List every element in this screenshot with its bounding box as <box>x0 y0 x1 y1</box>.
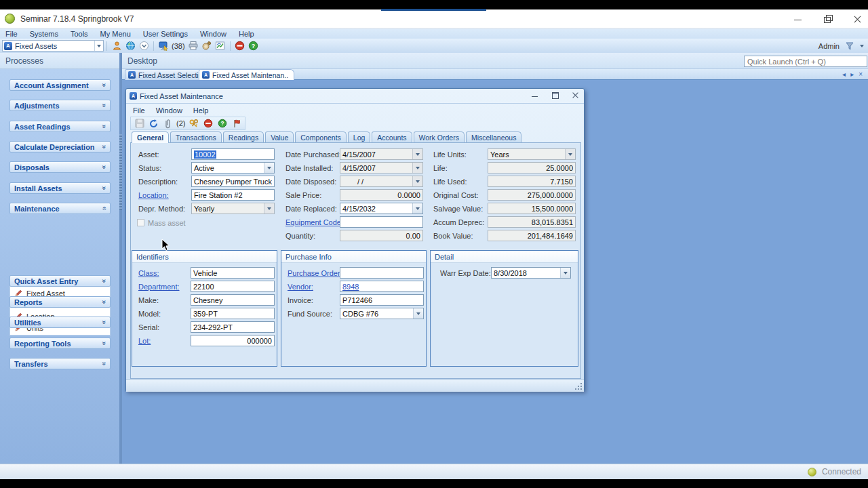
resize-grip[interactable] <box>574 382 582 390</box>
sidebar-group-reports[interactable]: Reports» <box>9 296 111 308</box>
accum-deprec-field[interactable]: 83,015.8351 <box>488 216 576 228</box>
make-input[interactable]: Chesney <box>191 294 275 306</box>
help-icon[interactable]: ? <box>248 40 260 52</box>
class-input[interactable]: Vehicle <box>191 267 275 279</box>
dropdown-arrow-icon[interactable] <box>560 268 570 278</box>
window-maximize-button[interactable] <box>551 92 559 99</box>
sidebar-group-account-assignment[interactable]: Account Assignment» <box>9 79 111 91</box>
messages-icon[interactable] <box>157 40 170 52</box>
lot-input[interactable]: 000000 <box>191 335 275 346</box>
status-combo[interactable]: Active <box>191 162 275 174</box>
tab-miscellaneous[interactable]: Miscellaneous <box>466 131 522 143</box>
stop-icon[interactable] <box>234 40 246 52</box>
model-input[interactable]: 359-PT <box>191 308 275 319</box>
date-purchased-combo[interactable]: 4/15/2007 <box>340 148 423 160</box>
equipment-code-link[interactable]: Equipment Code: <box>285 218 343 226</box>
admin-dropdown-icon[interactable] <box>860 45 864 47</box>
tab-close-icon[interactable]: × <box>859 70 863 78</box>
window-close-button[interactable] <box>572 92 580 99</box>
dropdown-arrow-icon[interactable] <box>412 163 422 173</box>
vendor-input[interactable]: 8948 <box>340 281 424 292</box>
sale-price-field[interactable]: 0.0000 <box>340 189 423 201</box>
class-link[interactable]: Class: <box>138 269 159 277</box>
book-value-field[interactable]: 201,484.1649 <box>488 230 576 241</box>
tab-scroll-right-icon[interactable]: ▸ <box>850 70 854 78</box>
window-titlebar[interactable]: A Fixed Asset Maintenance <box>126 89 584 104</box>
menu-systems[interactable]: Systems <box>30 30 58 38</box>
dropdown-arrow-icon[interactable] <box>565 149 575 159</box>
tab-value[interactable]: Value <box>265 131 294 143</box>
refresh-icon[interactable] <box>148 118 159 129</box>
sidebar-group-disposals[interactable]: Disposals» <box>9 161 111 173</box>
sidebar-group-maintenance[interactable]: Maintenance» <box>9 203 111 214</box>
save-icon[interactable] <box>134 118 145 129</box>
menu-tools[interactable]: Tools <box>71 30 88 38</box>
keys-icon[interactable] <box>188 118 199 129</box>
quantity-field[interactable]: 0.00 <box>340 230 423 241</box>
department-link[interactable]: Department: <box>138 283 180 291</box>
chart-icon[interactable] <box>214 40 226 52</box>
location-link[interactable]: Location: <box>138 191 169 199</box>
department-input[interactable]: 22100 <box>191 281 275 292</box>
sidebar-group-adjustments[interactable]: Adjustments» <box>9 100 111 111</box>
menu-help[interactable]: Help <box>239 30 254 38</box>
flag-icon[interactable] <box>231 118 242 129</box>
stop-icon[interactable] <box>202 118 214 129</box>
sidebar-group-transfers[interactable]: Transfers» <box>9 358 111 369</box>
menu-user-settings[interactable]: User Settings <box>143 30 188 38</box>
life-units-combo[interactable]: Years <box>488 148 576 160</box>
audit-stamp-icon[interactable] <box>201 40 213 52</box>
location-input[interactable]: Fire Station #2 <box>191 189 275 201</box>
mass-asset-checkbox[interactable] <box>137 219 144 226</box>
module-dropdown-icon[interactable] <box>94 41 103 51</box>
tab-work-orders[interactable]: Work Orders <box>414 131 465 143</box>
tab-log[interactable]: Log <box>348 131 371 143</box>
menu-my-menu[interactable]: My Menu <box>100 30 131 38</box>
date-disposed-combo[interactable]: / / <box>340 176 423 187</box>
purchase-order-link[interactable]: Purchase Order: <box>288 269 342 277</box>
printer-icon[interactable] <box>187 40 199 52</box>
asset-input[interactable]: 10002 <box>191 148 275 160</box>
tab-scroll-left-icon[interactable]: ◂ <box>842 70 846 78</box>
dropdown-arrow-icon[interactable] <box>413 308 423 319</box>
purchase-order-input[interactable] <box>340 267 424 279</box>
sidebar-group-utilities[interactable]: Utilities» <box>9 317 111 328</box>
globe-icon[interactable] <box>124 40 136 52</box>
window-menu-help[interactable]: Help <box>193 106 209 115</box>
fund-source-combo[interactable]: CDBG #76 <box>340 308 424 319</box>
vendor-link[interactable]: Vendor: <box>288 283 313 291</box>
sidebar-group-install-assets[interactable]: Install Assets» <box>9 182 111 194</box>
sidebar-group-asset-readings[interactable]: Asset Readings» <box>9 121 111 132</box>
serial-input[interactable]: 234-292-PT <box>191 321 275 333</box>
description-input[interactable]: Chesney Pumper Truck <box>191 176 275 187</box>
dropdown-arrow-icon[interactable] <box>264 203 274 214</box>
tab-fixed-asset-maintenance[interactable]: A Fixed Asset Maintenan.. <box>199 69 294 80</box>
dropdown-arrow-icon[interactable] <box>412 203 422 214</box>
date-installed-combo[interactable]: 4/15/2007 <box>340 162 423 174</box>
original-cost-field[interactable]: 275,000.0000 <box>488 189 576 201</box>
life-field[interactable]: 25.0000 <box>488 162 576 174</box>
dropdown-arrow-icon[interactable] <box>264 163 274 173</box>
lot-link[interactable]: Lot: <box>138 337 151 345</box>
tab-general[interactable]: General <box>132 131 169 143</box>
window-menu-window[interactable]: Window <box>156 106 182 115</box>
module-selector[interactable]: A Fixed Assets <box>2 40 104 52</box>
help-icon[interactable]: ? <box>216 118 228 129</box>
tab-readings[interactable]: Readings <box>223 131 264 143</box>
sidebar-group-quick-asset-entry[interactable]: Quick Asset Entry» <box>9 275 111 287</box>
menu-file[interactable]: File <box>5 30 18 38</box>
window-minimize-button[interactable] <box>531 92 539 99</box>
window-menu-file[interactable]: File <box>133 106 145 115</box>
dropdown-arrow-icon[interactable] <box>412 149 422 159</box>
sidebar-group-reporting-tools[interactable]: Reporting Tools» <box>9 338 111 349</box>
close-button[interactable] <box>853 15 863 23</box>
date-replaced-combo[interactable]: 4/15/2032 <box>340 203 423 214</box>
user-icon[interactable] <box>111 40 123 52</box>
dropdown-arrow-icon[interactable] <box>412 176 422 186</box>
life-used-field[interactable]: 7.7150 <box>488 176 576 187</box>
tab-components[interactable]: Components <box>295 131 347 143</box>
invoice-input[interactable]: P712466 <box>340 294 424 306</box>
restore-button[interactable] <box>823 15 833 23</box>
filter-icon[interactable] <box>844 40 856 52</box>
quick-launch-input[interactable] <box>744 56 867 67</box>
